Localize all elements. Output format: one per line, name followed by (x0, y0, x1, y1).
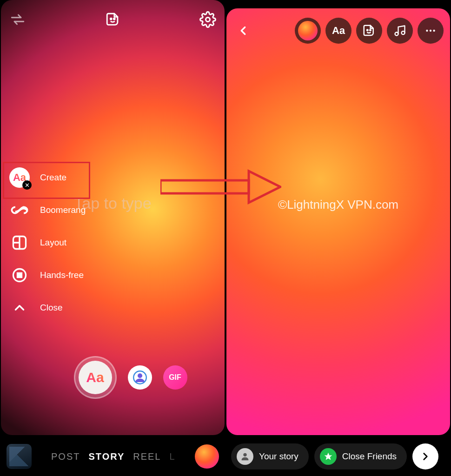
svg-point-14 (426, 30, 428, 32)
menu-label-create: Create (40, 172, 66, 183)
close-friends-star-icon (320, 448, 337, 465)
menu-label-boomerang: Boomerang (40, 205, 86, 215)
menu-item-close[interactable]: Close (9, 298, 86, 318)
text-aa-icon: Aa (332, 25, 345, 37)
text-aa-icon: Aa ✕ (9, 167, 30, 188)
chevron-up-icon (9, 298, 30, 318)
tab-reel[interactable]: REEL (133, 451, 161, 462)
more-dots-icon (424, 25, 437, 37)
story-mode-menu: Aa ✕ Create Boomerang Layout (9, 167, 86, 318)
menu-item-layout[interactable]: Layout (9, 232, 86, 253)
left-bottom-tabs: POST STORY REEL L (0, 437, 226, 476)
tab-live-partial[interactable]: L (170, 451, 176, 462)
settings-gear-icon[interactable] (198, 9, 218, 30)
your-story-label: Your story (259, 451, 298, 462)
left-screen: Tap to type Aa ✕ Create Boomerang (0, 0, 226, 476)
left-story-canvas: Tap to type Aa ✕ Create Boomerang (1, 0, 225, 435)
chevron-right-icon (419, 450, 431, 463)
menu-item-handsfree[interactable]: Hands-free (9, 265, 86, 285)
gif-label: GIF (169, 373, 181, 382)
svg-point-15 (430, 30, 431, 32)
right-bottom-bar: Your story Close Friends (226, 437, 451, 476)
svg-point-12 (395, 33, 398, 36)
svg-point-0 (110, 18, 112, 20)
sticker-button[interactable] (356, 18, 382, 44)
boomerang-infinity-icon (9, 200, 30, 220)
layout-grid-icon (9, 232, 30, 253)
profile-avatar-icon (237, 448, 253, 465)
svg-point-16 (433, 30, 435, 32)
menu-item-create[interactable]: Aa ✕ Create (9, 167, 86, 188)
tap-to-type-placeholder[interactable]: Tap to type (74, 194, 151, 212)
svg-point-2 (206, 18, 210, 22)
tab-post[interactable]: POST (51, 451, 80, 462)
svg-point-6 (138, 373, 142, 378)
gallery-thumbnail[interactable] (7, 444, 32, 469)
svg-marker-18 (325, 453, 332, 460)
menu-item-boomerang[interactable]: Boomerang (9, 200, 86, 220)
back-chevron-icon[interactable] (233, 20, 253, 41)
menu-label-close: Close (40, 303, 63, 313)
menu-label-handsfree: Hands-free (40, 270, 84, 280)
mention-effect-button[interactable] (128, 365, 152, 390)
svg-point-1 (113, 18, 115, 20)
svg-point-13 (402, 31, 405, 34)
music-button[interactable] (387, 18, 413, 44)
background-gradient-button[interactable] (295, 18, 321, 44)
next-button[interactable] (412, 443, 438, 469)
capture-text-button[interactable]: Aa (74, 356, 117, 399)
sticker-icon[interactable] (103, 9, 123, 30)
menu-label-layout: Layout (40, 238, 66, 248)
swap-camera-icon[interactable] (7, 9, 28, 30)
music-note-icon (393, 24, 406, 37)
tab-story[interactable]: STORY (88, 451, 125, 462)
svg-rect-5 (18, 273, 22, 278)
gradient-preview-circle[interactable] (195, 444, 219, 469)
close-friends-label: Close Friends (342, 451, 397, 462)
text-aa-icon: Aa (86, 370, 104, 385)
right-screen: Aa ©LightningX VPN.com Your story (226, 0, 451, 476)
effect-rail: Aa GIF (1, 356, 225, 399)
your-story-button[interactable]: Your story (231, 443, 309, 469)
close-badge-icon: ✕ (22, 180, 32, 190)
svg-point-10 (367, 30, 368, 31)
handsfree-record-icon (9, 265, 30, 285)
right-story-canvas: Aa ©LightningX VPN.com (226, 8, 450, 435)
close-friends-button[interactable]: Close Friends (314, 443, 407, 469)
right-top-bar: Aa (233, 18, 444, 44)
sticker-icon (362, 24, 376, 38)
gif-effect-button[interactable]: GIF (163, 365, 187, 390)
text-tool-button[interactable]: Aa (325, 18, 352, 44)
svg-point-11 (370, 30, 371, 31)
left-top-bar (7, 9, 218, 30)
more-options-button[interactable] (418, 18, 444, 44)
watermark-text: ©LightningX VPN.com (278, 198, 398, 212)
svg-point-17 (243, 453, 246, 456)
gradient-swatch-icon (298, 21, 318, 40)
